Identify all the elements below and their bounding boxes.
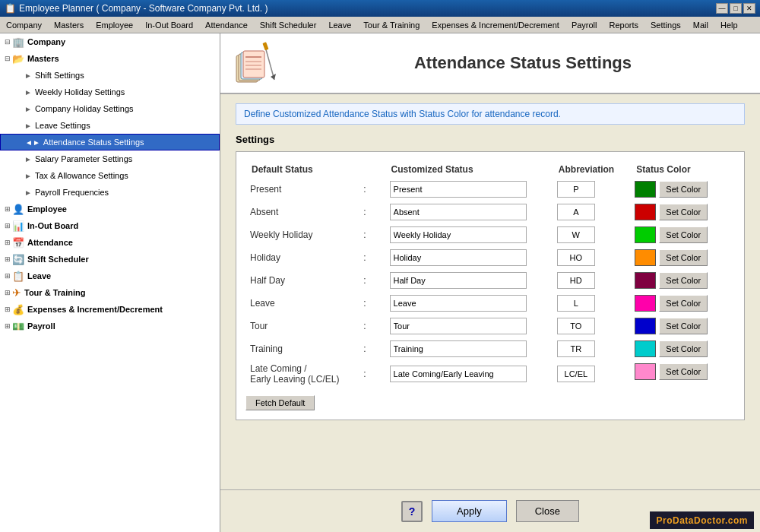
- minimize-button[interactable]: —: [716, 3, 728, 14]
- color-cell-absent: Set Color: [630, 201, 735, 223]
- customized-status-cell-absent: [385, 201, 553, 223]
- set-color-button-tour[interactable]: Set Color: [659, 318, 708, 334]
- sidebar-item-payroll-freq[interactable]: ► Payroll Frequencies: [0, 184, 220, 201]
- sidebar-label-company-holiday: Company Holiday Settings: [35, 104, 134, 113]
- sidebar-item-shift-scheduler[interactable]: ⊞ 🔄 Shift Scheduler: [0, 251, 220, 268]
- col-default-status: Default Status: [245, 161, 359, 178]
- abbreviation-input-holiday[interactable]: [557, 249, 595, 266]
- menu-mail[interactable]: Mail: [690, 19, 711, 31]
- menu-settings[interactable]: Settings: [648, 19, 684, 31]
- abbreviation-input-tour[interactable]: [557, 318, 595, 334]
- page-title: Attendance Status Settings: [298, 53, 748, 73]
- menu-payroll[interactable]: Payroll: [568, 19, 600, 31]
- help-button[interactable]: ?: [401, 501, 423, 522]
- menu-company[interactable]: Company: [3, 19, 45, 31]
- apply-button[interactable]: Apply: [432, 500, 507, 522]
- customized-status-input-present[interactable]: [390, 181, 527, 198]
- menu-masters[interactable]: Masters: [51, 19, 87, 31]
- sidebar-item-company[interactable]: ⊟ 🏢 Company: [0, 33, 220, 50]
- set-color-button-absent[interactable]: Set Color: [659, 204, 708, 220]
- color-cell-half-day: Set Color: [630, 269, 735, 292]
- set-color-button-leave[interactable]: Set Color: [659, 295, 708, 312]
- table-row: Half Day:Set Color: [245, 269, 735, 292]
- set-color-button-half-day[interactable]: Set Color: [659, 272, 708, 289]
- shift-sched-icon: 🔄: [12, 254, 24, 265]
- masters-icon: 📂: [12, 53, 24, 65]
- tax-allowance-arrow: ►: [24, 172, 32, 180]
- customized-status-input-holiday[interactable]: [390, 249, 527, 266]
- abbreviation-input-weekly-holiday[interactable]: [557, 226, 595, 243]
- main-layout: ⊟ 🏢 Company ⊟ 📂 Masters ► Shift Settings…: [0, 33, 760, 532]
- menu-inout[interactable]: In-Out Board: [142, 19, 196, 31]
- sidebar-item-weekly-holiday[interactable]: ► Weekly Holiday Settings: [0, 84, 220, 100]
- sidebar-label-shift-settings: Shift Settings: [35, 71, 84, 80]
- sidebar-item-inout-board[interactable]: ⊞ 📊 In-Out Board: [0, 217, 220, 234]
- set-color-button-weekly-holiday[interactable]: Set Color: [659, 226, 708, 243]
- payroll-icon: 💵: [12, 321, 24, 332]
- sidebar-item-tax-allowance[interactable]: ► Tax & Allowance Settings: [0, 167, 220, 184]
- color-box-absent: [635, 204, 656, 220]
- sidebar-item-masters[interactable]: ⊟ 📂 Masters: [0, 50, 220, 67]
- maximize-button[interactable]: □: [730, 3, 742, 14]
- sidebar-item-leave-settings[interactable]: ► Leave Settings: [0, 117, 220, 134]
- sidebar-item-shift-settings[interactable]: ► Shift Settings: [0, 67, 220, 84]
- abbreviation-input-leave[interactable]: [557, 295, 595, 312]
- svg-rect-3: [243, 51, 264, 78]
- menu-tour[interactable]: Tour & Training: [360, 19, 423, 31]
- abbreviation-input-training[interactable]: [557, 340, 595, 357]
- abbreviation-input-late-coming[interactable]: [557, 366, 595, 382]
- color-cell-late-coming: Set Color: [630, 360, 735, 383]
- menu-reports[interactable]: Reports: [606, 19, 642, 31]
- menu-expenses[interactable]: Expenses & Increment/Decrement: [429, 19, 562, 31]
- settings-box: Default Status Customized Status Abbrevi…: [236, 151, 745, 420]
- sidebar-item-salary-param[interactable]: ► Salary Parameter Settings: [0, 150, 220, 167]
- customized-status-input-weekly-holiday[interactable]: [390, 226, 527, 243]
- colon-leave: :: [359, 292, 385, 315]
- customized-status-input-training[interactable]: [390, 340, 527, 357]
- abbreviation-cell-leave: [553, 292, 630, 315]
- menu-help[interactable]: Help: [717, 19, 741, 31]
- attendance-status-arrow: ◄►: [25, 138, 40, 147]
- abbreviation-input-absent[interactable]: [557, 204, 595, 220]
- customized-status-input-absent[interactable]: [390, 204, 527, 220]
- sidebar-item-tour-training[interactable]: ⊞ ✈ Tour & Training: [0, 284, 220, 301]
- set-color-button-late-coming[interactable]: Set Color: [659, 363, 708, 380]
- sidebar-item-employee[interactable]: ⊞ 👤 Employee: [0, 201, 220, 217]
- set-color-button-training[interactable]: Set Color: [659, 340, 708, 357]
- colon-late-coming: :: [359, 360, 385, 388]
- menu-leave[interactable]: Leave: [325, 19, 354, 31]
- abbreviation-cell-absent: [553, 201, 630, 223]
- customized-status-input-leave[interactable]: [390, 295, 527, 312]
- sidebar-label-tax-allowance: Tax & Allowance Settings: [35, 171, 128, 180]
- colon-half-day: :: [359, 269, 385, 292]
- customized-status-input-tour[interactable]: [390, 318, 527, 334]
- sidebar-item-expenses[interactable]: ⊞ 💰 Expenses & Increment/Decrement: [0, 301, 220, 318]
- status-label-training: Training: [245, 337, 359, 360]
- sidebar-item-payroll[interactable]: ⊞ 💵 Payroll: [0, 318, 220, 334]
- set-color-button-holiday[interactable]: Set Color: [659, 249, 708, 266]
- company-expand-icon: ⊟: [5, 38, 11, 46]
- sidebar-label-tour-training: Tour & Training: [24, 288, 85, 297]
- customized-status-input-half-day[interactable]: [390, 272, 527, 289]
- sidebar-label-leave-settings: Leave Settings: [35, 121, 90, 130]
- salary-param-arrow: ►: [24, 155, 32, 163]
- title-bar-left: 📋 Employee Planner ( Company - Software …: [5, 3, 268, 14]
- sidebar-label-attendance: Attendance: [27, 238, 73, 247]
- abbreviation-input-half-day[interactable]: [557, 272, 595, 289]
- menu-employee[interactable]: Employee: [93, 19, 136, 31]
- menu-shift[interactable]: Shift Scheduler: [257, 19, 320, 31]
- table-row: Training:Set Color: [245, 337, 735, 360]
- sidebar-item-attendance[interactable]: ⊞ 📅 Attendance: [0, 234, 220, 251]
- fetch-default-button[interactable]: Fetch Default: [245, 395, 315, 410]
- sidebar-item-attendance-status[interactable]: ◄► Attendance Status Settings: [0, 134, 220, 150]
- menu-attendance[interactable]: Attendance: [202, 19, 251, 31]
- abbreviation-input-present[interactable]: [557, 181, 595, 198]
- customized-status-cell-leave: [385, 292, 553, 315]
- set-color-button-present[interactable]: Set Color: [659, 181, 708, 198]
- close-button[interactable]: ✕: [743, 3, 755, 14]
- col-abbreviation: Abbreviation: [553, 161, 630, 178]
- sidebar-item-company-holiday[interactable]: ► Company Holiday Settings: [0, 100, 220, 117]
- sidebar-item-leave[interactable]: ⊞ 📋 Leave: [0, 268, 220, 284]
- close-button-main[interactable]: Close: [516, 500, 579, 522]
- customized-status-input-late-coming[interactable]: [390, 366, 527, 382]
